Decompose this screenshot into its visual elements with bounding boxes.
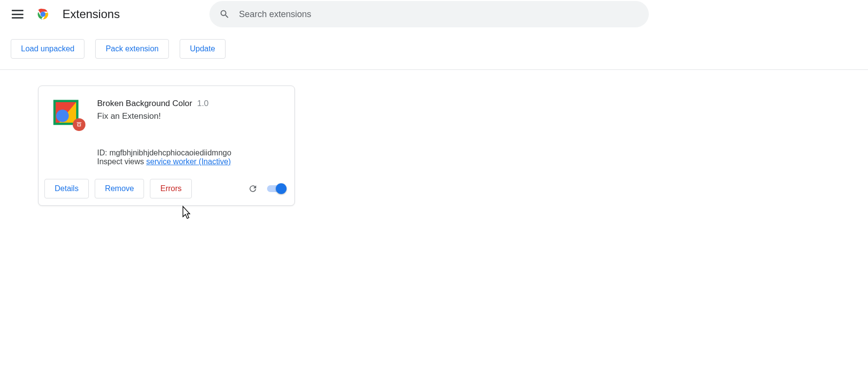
extension-card: Broken Background Color 1.0 Fix an Exten… bbox=[38, 86, 295, 206]
reload-icon bbox=[248, 184, 258, 194]
search-bar[interactable] bbox=[209, 1, 649, 27]
dev-toolbar: Load unpacked Pack extension Update bbox=[0, 28, 868, 70]
extension-id: ID: mgfbhjnibhjdehcphiocaoiediidmngo bbox=[97, 149, 281, 157]
chrome-logo-icon bbox=[35, 6, 51, 22]
page-title: Extensions bbox=[62, 7, 120, 21]
remove-button[interactable]: Remove bbox=[95, 179, 145, 198]
reload-button[interactable] bbox=[245, 180, 261, 197]
extensions-grid: Broken Background Color 1.0 Fix an Exten… bbox=[0, 70, 868, 206]
extension-name: Broken Background Color bbox=[97, 99, 192, 109]
extension-version: 1.0 bbox=[197, 99, 209, 109]
extension-description: Fix an Extension! bbox=[97, 111, 281, 121]
search-icon bbox=[219, 9, 230, 20]
svg-point-6 bbox=[56, 109, 69, 122]
errors-button[interactable]: Errors bbox=[150, 179, 192, 198]
update-button[interactable]: Update bbox=[180, 39, 226, 59]
enable-toggle[interactable] bbox=[267, 183, 287, 194]
extension-icon bbox=[52, 99, 80, 126]
unpacked-badge-icon bbox=[73, 118, 85, 131]
cursor-icon bbox=[181, 205, 194, 221]
details-button[interactable]: Details bbox=[44, 179, 89, 198]
search-input[interactable] bbox=[239, 9, 639, 20]
inspect-views: Inspect views service worker (Inactive) bbox=[97, 157, 281, 166]
load-unpacked-button[interactable]: Load unpacked bbox=[11, 39, 84, 59]
pack-extension-button[interactable]: Pack extension bbox=[95, 39, 169, 59]
hamburger-menu-icon[interactable] bbox=[12, 8, 23, 20]
app-header: Extensions bbox=[0, 0, 868, 28]
service-worker-link[interactable]: service worker (Inactive) bbox=[146, 157, 230, 166]
